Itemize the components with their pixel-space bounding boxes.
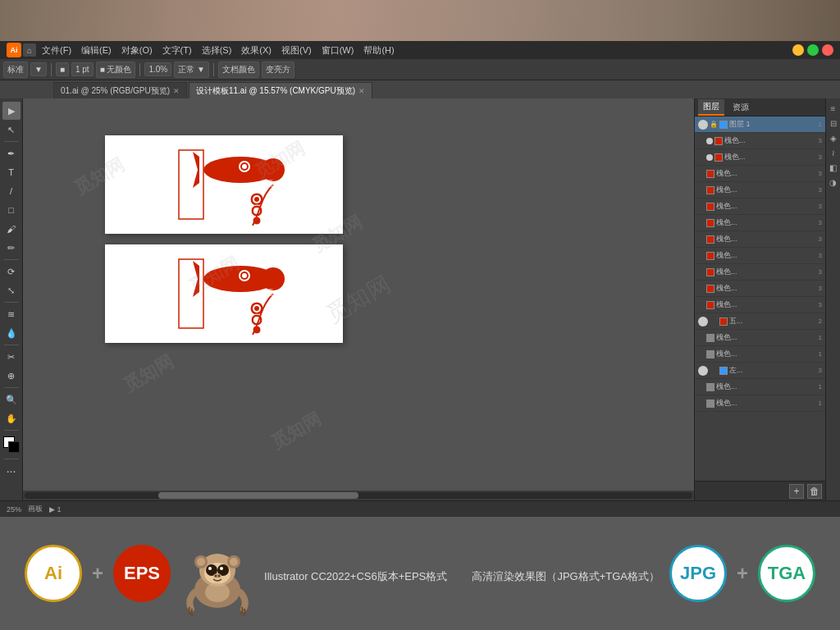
layer-row[interactable]: 槐色... 3 xyxy=(695,133,825,149)
plus-sign-1: + xyxy=(92,562,103,585)
layer-visibility-icon[interactable] xyxy=(698,120,708,130)
h-scrollbar[interactable] xyxy=(23,491,694,500)
tb-stroke[interactable]: ■ xyxy=(56,62,69,76)
layer-visibility-icon[interactable] xyxy=(698,317,708,326)
document-1: 福 xyxy=(105,135,343,234)
layer-row[interactable]: 槐色... 3 xyxy=(695,182,825,199)
layer-row[interactable]: 槐色... 3 xyxy=(695,149,825,166)
delete-layer-button[interactable]: 🗑 xyxy=(807,484,822,499)
tb-fill[interactable]: ■ 无颜色 xyxy=(96,62,136,78)
tool-select[interactable]: ▶ xyxy=(2,102,21,120)
tb-standard[interactable]: 标准 xyxy=(3,62,28,78)
sublayer-color xyxy=(706,334,714,342)
layer-row[interactable]: 槐色... 3 xyxy=(695,248,825,264)
tool-rect[interactable]: □ xyxy=(2,201,21,219)
layer-row[interactable]: 槐色... 3 xyxy=(695,166,825,182)
mini-brushes[interactable]: ≀ xyxy=(827,146,840,159)
mini-properties[interactable]: ⊟ xyxy=(827,116,840,130)
tab2-close[interactable]: ✕ xyxy=(358,87,365,95)
layer-lock-icon[interactable] xyxy=(710,317,718,326)
menu-window[interactable]: 窗口(W) xyxy=(317,44,358,57)
layer-visibility-icon[interactable] xyxy=(698,366,708,376)
sublayer-visibility[interactable] xyxy=(706,154,713,161)
tool-rotate[interactable]: ⟳ xyxy=(2,262,21,281)
layer-row[interactable]: 槐色... 3 xyxy=(695,199,825,215)
right-text-group: 高清渲染效果图（JPG格式+TGA格式） xyxy=(472,563,660,584)
canvas-area[interactable]: 觅知网 觅知网 觅知网 觅知网 觅知网 觅知网 xyxy=(23,98,694,500)
tb-pt[interactable]: 1 pt xyxy=(71,62,94,76)
maximize-button[interactable] xyxy=(807,44,819,56)
tool-type[interactable]: T xyxy=(2,163,21,181)
color-selector[interactable] xyxy=(3,436,20,453)
panel-tab-layers[interactable]: 图层 xyxy=(698,99,724,116)
tool-pen[interactable]: ✒ xyxy=(2,144,21,162)
tool-pencil[interactable]: ✏ xyxy=(2,239,21,257)
tb-doccolor[interactable]: 文档颜色 xyxy=(218,62,259,78)
sublayer-color xyxy=(706,252,714,260)
scroll-thumb[interactable] xyxy=(158,492,358,499)
layer-row[interactable]: 槐色... 3 xyxy=(695,215,825,231)
minimize-button[interactable] xyxy=(792,44,804,56)
menu-effect[interactable]: 效果(X) xyxy=(237,44,276,57)
tool-blend[interactable]: ⊕ xyxy=(2,367,21,385)
tb-blendmode[interactable]: 正常 ▼ xyxy=(174,62,209,78)
tab-doc1[interactable]: 01.ai @ 25% (RGB/GPU预览) ✕ xyxy=(53,82,187,98)
sublayer-color xyxy=(706,383,714,391)
tb-separator2 xyxy=(139,63,140,76)
layer-row[interactable]: 左... 3 xyxy=(695,363,825,379)
layer-row[interactable]: 槐色... 3 xyxy=(695,297,825,313)
layer-row[interactable]: 槐色... 3 xyxy=(695,281,825,297)
layer-row[interactable]: 🔒 图层 1 1 xyxy=(695,116,825,133)
layer-lock-icon[interactable] xyxy=(710,367,718,375)
tool-eyedropper[interactable]: 💧 xyxy=(2,324,21,342)
format-group-right: 高清渲染效果图（JPG格式+TGA格式） JPG + TGA xyxy=(472,545,815,602)
mini-graphic-styles[interactable]: ◧ xyxy=(827,161,840,174)
home-icon[interactable]: ⌂ xyxy=(23,43,36,57)
sublayer-visibility[interactable] xyxy=(706,138,713,144)
ai-badge: Ai xyxy=(25,545,82,602)
background-color[interactable] xyxy=(8,441,20,453)
tb-bright[interactable]: 变亮方 xyxy=(262,62,294,78)
menu-text[interactable]: 文字(T) xyxy=(158,44,196,57)
tool-direct-select[interactable]: ↖ xyxy=(2,121,21,139)
layer-lock-icon[interactable]: 🔒 xyxy=(710,121,718,129)
menu-edit[interactable]: 编辑(E) xyxy=(77,44,116,57)
layer-row[interactable]: 槐色... 1 xyxy=(695,379,825,395)
sublayer-color xyxy=(714,137,723,145)
layer-row[interactable]: 槐色... 1 xyxy=(695,395,825,412)
mini-appearance[interactable]: ◑ xyxy=(827,176,840,189)
tool-scissors[interactable]: ✂ xyxy=(2,348,21,366)
tool-paintbrush[interactable]: 🖌 xyxy=(2,220,21,238)
menu-help[interactable]: 帮助(H) xyxy=(359,44,398,57)
layer-row[interactable]: 槐色... 3 xyxy=(695,231,825,248)
sublayer-num: 3 xyxy=(810,235,822,243)
menu-file[interactable]: 文件(F) xyxy=(38,44,75,57)
menu-object[interactable]: 对象(O) xyxy=(117,44,157,57)
tab1-close[interactable]: ✕ xyxy=(173,87,180,95)
tool-separator3 xyxy=(4,302,19,303)
menu-view[interactable]: 视图(V) xyxy=(277,44,316,57)
tool-more[interactable]: ··· xyxy=(2,462,21,480)
sublayer-num: 3 xyxy=(810,252,822,259)
close-button[interactable] xyxy=(822,44,833,56)
illustrator-app: Ai ⌂ 文件(F) 编辑(E) 对象(O) 文字(T) 选择(S) 效果(X)… xyxy=(0,41,840,517)
artboard-label: 画板 xyxy=(28,504,43,514)
mini-symbols[interactable]: ◈ xyxy=(827,131,840,144)
tool-zoom[interactable]: 🔍 xyxy=(2,390,21,409)
mini-layers[interactable]: ≡ xyxy=(827,102,840,115)
layer-row[interactable]: 槐色... 1 xyxy=(695,330,825,346)
tb-opacity[interactable]: 1.0% xyxy=(144,62,171,76)
tool-scale[interactable]: ⤡ xyxy=(2,281,21,299)
tab-doc2[interactable]: 设计模板11.ai @ 15.57% (CMYK/GPU预览) ✕ xyxy=(189,82,372,98)
layer-row[interactable]: 槐色... 3 xyxy=(695,264,825,281)
menu-select[interactable]: 选择(S) xyxy=(198,44,236,57)
tool-warp[interactable]: ≋ xyxy=(2,305,21,323)
tool-line[interactable]: / xyxy=(2,182,21,200)
new-layer-button[interactable]: + xyxy=(789,484,804,499)
tool-hand[interactable]: ✋ xyxy=(2,409,21,427)
layer-row[interactable]: 槐色... 1 xyxy=(695,346,825,363)
tb-dropdown1[interactable]: ▼ xyxy=(30,62,47,76)
panel-tab-assets[interactable]: 资源 xyxy=(728,100,754,115)
layer-number: 1 xyxy=(810,121,822,128)
layer-row[interactable]: 五... 2 xyxy=(695,313,825,330)
